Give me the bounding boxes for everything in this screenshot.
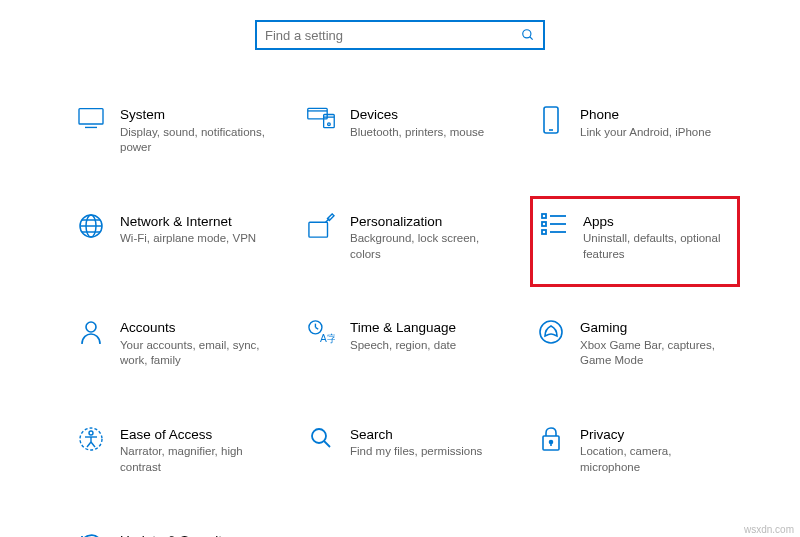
tile-network[interactable]: Network & Internet Wi-Fi, airplane mode,… xyxy=(70,207,280,269)
gaming-icon xyxy=(536,319,566,345)
search-input[interactable] xyxy=(265,28,521,43)
watermark: wsxdn.com xyxy=(744,524,794,535)
tile-desc: Speech, region, date xyxy=(350,338,504,354)
tile-desc: Your accounts, email, sync, work, family xyxy=(120,338,274,369)
ease-of-access-icon xyxy=(76,426,106,452)
tile-title: Devices xyxy=(350,106,504,124)
tile-text: Accounts Your accounts, email, sync, wor… xyxy=(120,319,274,369)
svg-line-1 xyxy=(530,37,533,40)
tile-desc: Wi-Fi, airplane mode, VPN xyxy=(120,231,274,247)
tile-text: Time & Language Speech, region, date xyxy=(350,319,504,353)
tile-desc: Find my files, permissions xyxy=(350,444,504,460)
tile-text: Ease of Access Narrator, magnifier, high… xyxy=(120,426,274,476)
search-icon xyxy=(521,28,535,42)
personalization-icon xyxy=(306,213,336,239)
tile-ease-of-access[interactable]: Ease of Access Narrator, magnifier, high… xyxy=(70,420,280,482)
tile-desc: Link your Android, iPhone xyxy=(580,125,734,141)
tile-desc: Uninstall, defaults, optional features xyxy=(583,231,731,262)
search-bar-container xyxy=(0,0,800,50)
svg-rect-2 xyxy=(79,109,103,124)
tile-desc: Bluetooth, printers, mouse xyxy=(350,125,504,141)
privacy-icon xyxy=(536,426,566,452)
svg-rect-9 xyxy=(544,107,558,133)
tile-text: Gaming Xbox Game Bar, captures, Game Mod… xyxy=(580,319,734,369)
tile-gaming[interactable]: Gaming Xbox Game Bar, captures, Game Mod… xyxy=(530,313,740,375)
accounts-icon xyxy=(76,319,106,345)
tile-title: Accounts xyxy=(120,319,274,337)
svg-text:A字: A字 xyxy=(320,333,335,344)
apps-icon xyxy=(539,213,569,235)
svg-rect-19 xyxy=(542,222,546,226)
tile-text: System Display, sound, notifications, po… xyxy=(120,106,274,156)
tile-desc: Xbox Game Bar, captures, Game Mode xyxy=(580,338,734,369)
tile-title: Privacy xyxy=(580,426,734,444)
tile-title: Gaming xyxy=(580,319,734,337)
network-icon xyxy=(76,213,106,239)
tile-text: Apps Uninstall, defaults, optional featu… xyxy=(583,213,731,263)
search-tile-icon xyxy=(306,426,336,450)
tile-title: Ease of Access xyxy=(120,426,274,444)
svg-rect-20 xyxy=(542,230,546,234)
tile-devices[interactable]: Devices Bluetooth, printers, mouse xyxy=(300,100,510,162)
svg-point-24 xyxy=(86,322,96,332)
tile-apps[interactable]: Apps Uninstall, defaults, optional featu… xyxy=(530,196,740,288)
tile-text: Devices Bluetooth, printers, mouse xyxy=(350,106,504,140)
time-language-icon: A字 xyxy=(306,319,336,345)
tile-title: Apps xyxy=(583,213,731,231)
svg-line-37 xyxy=(324,441,330,447)
svg-point-0 xyxy=(523,30,531,38)
tile-update-security[interactable]: Update & Security Windows Update, recove… xyxy=(70,526,280,537)
tile-title: Personalization xyxy=(350,213,504,231)
tile-title: Network & Internet xyxy=(120,213,274,231)
tile-desc: Narrator, magnifier, high contrast xyxy=(120,444,274,475)
svg-line-34 xyxy=(87,442,91,447)
tile-system[interactable]: System Display, sound, notifications, po… xyxy=(70,100,280,162)
update-security-icon xyxy=(76,532,106,537)
tile-time-language[interactable]: A字 Time & Language Speech, region, date xyxy=(300,313,510,375)
svg-point-25 xyxy=(309,321,322,334)
tile-text: Network & Internet Wi-Fi, airplane mode,… xyxy=(120,213,274,247)
tile-title: System xyxy=(120,106,274,124)
tile-text: Search Find my files, permissions xyxy=(350,426,504,460)
tile-title: Search xyxy=(350,426,504,444)
svg-point-29 xyxy=(540,321,562,343)
svg-point-8 xyxy=(328,123,331,126)
svg-rect-16 xyxy=(309,222,328,237)
svg-line-27 xyxy=(315,328,318,330)
tile-text: Phone Link your Android, iPhone xyxy=(580,106,734,140)
tile-desc: Display, sound, notifications, power xyxy=(120,125,274,156)
tile-accounts[interactable]: Accounts Your accounts, email, sync, wor… xyxy=(70,313,280,375)
phone-icon xyxy=(536,106,566,134)
tile-title: Phone xyxy=(580,106,734,124)
tile-phone[interactable]: Phone Link your Android, iPhone xyxy=(530,100,740,162)
tile-text: Privacy Location, camera, microphone xyxy=(580,426,734,476)
tile-text: Update & Security Windows Update, recove… xyxy=(120,532,274,537)
tile-search[interactable]: Search Find my files, permissions xyxy=(300,420,510,482)
svg-point-36 xyxy=(312,429,326,443)
svg-point-31 xyxy=(89,431,93,435)
devices-icon xyxy=(306,106,336,130)
tile-title: Update & Security xyxy=(120,532,274,537)
tile-desc: Background, lock screen, colors xyxy=(350,231,504,262)
tile-text: Personalization Background, lock screen,… xyxy=(350,213,504,263)
search-box[interactable] xyxy=(255,20,545,50)
tile-privacy[interactable]: Privacy Location, camera, microphone xyxy=(530,420,740,482)
settings-grid: System Display, sound, notifications, po… xyxy=(0,100,800,537)
svg-rect-18 xyxy=(542,214,546,218)
tile-desc: Location, camera, microphone xyxy=(580,444,734,475)
system-icon xyxy=(76,106,106,130)
svg-line-35 xyxy=(91,442,95,447)
tile-personalization[interactable]: Personalization Background, lock screen,… xyxy=(300,207,510,269)
tile-title: Time & Language xyxy=(350,319,504,337)
